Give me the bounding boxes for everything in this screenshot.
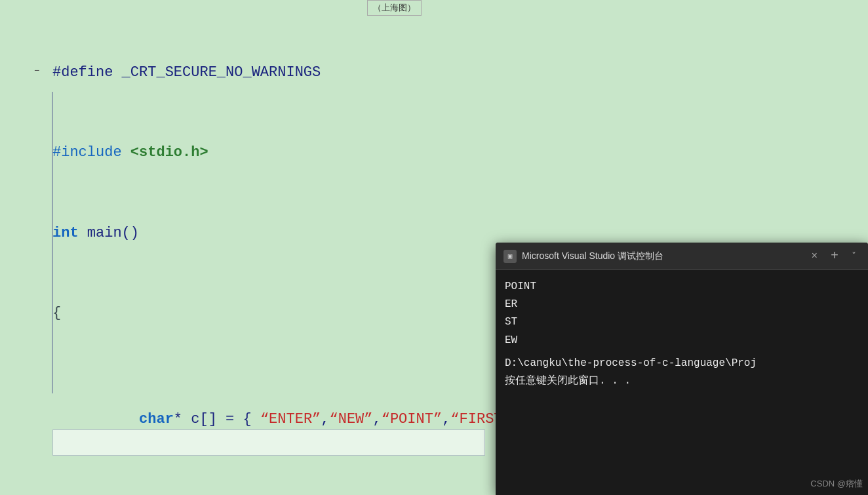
terminal-add-button[interactable]: + xyxy=(827,248,842,264)
collapse-button[interactable]: − xyxy=(34,66,39,76)
terminal-close-button[interactable]: × xyxy=(807,249,821,264)
main-signature: int main() xyxy=(52,220,537,247)
code-block: #define _CRT_SECURE_NO_WARNINGS #include… xyxy=(52,7,537,495)
include-line: #include <stdio.h> xyxy=(52,140,537,167)
terminal-output-ew: EW xyxy=(505,332,859,349)
terminal-output-er: ER xyxy=(505,296,859,313)
bottom-input-bar[interactable] xyxy=(52,429,485,456)
define-line: #define _CRT_SECURE_NO_WARNINGS xyxy=(52,60,537,87)
terminal-body: POINT ER ST EW D:\cangku\the-process-of-… xyxy=(496,270,868,398)
terminal-chevron-button[interactable]: ˅ xyxy=(848,249,860,263)
open-brace: { xyxy=(52,300,537,327)
terminal-output-st: ST xyxy=(505,313,859,331)
terminal-app-icon: ▣ xyxy=(503,250,517,263)
terminal-window: ▣ Microsoft Visual Studio 调试控制台 × + ˅ PO… xyxy=(496,243,868,495)
terminal-path: D:\cangku\the-process-of-c-language\Proj xyxy=(505,355,859,372)
csdn-watermark: CSDN @痞懂 xyxy=(810,478,863,490)
terminal-prompt: 按任意键关闭此窗口. . . xyxy=(505,372,859,390)
terminal-titlebar: ▣ Microsoft Visual Studio 调试控制台 × + ˅ xyxy=(496,243,868,270)
terminal-output-point: POINT xyxy=(505,278,859,296)
terminal-title: Microsoft Visual Studio 调试控制台 xyxy=(522,250,802,262)
